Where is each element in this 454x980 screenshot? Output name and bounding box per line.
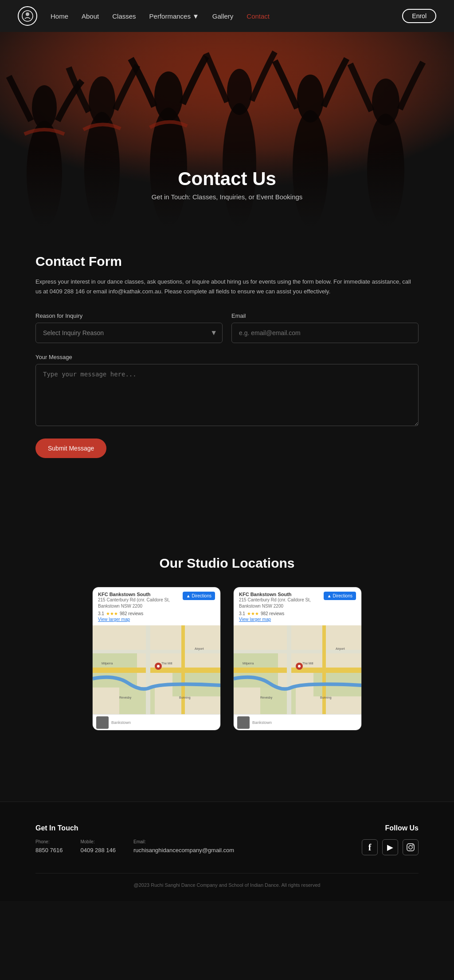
phone-value: 8850 7616: [35, 847, 63, 854]
reason-label: Reason for Inquiry: [35, 312, 223, 319]
youtube-icon[interactable]: ▶: [382, 839, 398, 855]
email-input[interactable]: [231, 323, 419, 343]
footer-top: Get In Touch Phone: 8850 7616 Mobile: 04…: [35, 824, 419, 855]
directions-button-2[interactable]: ▲ Directions: [324, 592, 356, 600]
svg-text:Milperra: Milperra: [102, 662, 113, 665]
svg-rect-39: [322, 625, 326, 714]
thumbnail-strip-1: Bankstown: [93, 714, 220, 730]
directions-icon: ▲: [186, 593, 191, 598]
facebook-icon[interactable]: f: [362, 839, 378, 855]
hero-subtitle: Get in Touch: Classes, Inquiries, or Eve…: [152, 193, 303, 201]
nav-gallery[interactable]: Gallery: [212, 12, 234, 20]
submit-button[interactable]: Submit Message: [35, 439, 106, 458]
locations-heading: Our Studio Locations: [27, 556, 427, 571]
form-row-reason-email: Reason for Inquiry Select Inquiry Reason…: [35, 312, 419, 343]
email-value: ruchisanghidancecompany@gmail.com: [133, 847, 234, 854]
map-info-2: KFC Bankstown South 215 Canterbury Rd (c…: [234, 587, 361, 625]
hero-title: Contact Us: [152, 168, 303, 190]
hero-section: Contact Us Get in Touch: Classes, Inquir…: [0, 32, 454, 227]
mobile-value: 0409 288 146: [80, 847, 116, 854]
footer-contact-heading: Get In Touch: [35, 824, 234, 832]
svg-text:Milperra: Milperra: [243, 662, 254, 665]
svg-rect-22: [93, 650, 220, 653]
spacer: [0, 494, 454, 529]
svg-rect-37: [234, 650, 361, 653]
svg-rect-38: [287, 625, 291, 714]
svg-rect-24: [181, 625, 185, 714]
map-visual-1: Milperra The Mill Revesby Bunning Airpor…: [93, 625, 220, 714]
rating-1: 3.1 ★★★ 982 reviews: [98, 611, 215, 616]
nav-links: Home About Classes Performances ▼ Galler…: [51, 12, 402, 20]
navbar: Home About Classes Performances ▼ Galler…: [0, 0, 454, 32]
locations-section: Our Studio Locations KFC Bankstown South…: [0, 529, 454, 766]
reason-group: Reason for Inquiry Select Inquiry Reason…: [35, 312, 223, 343]
map-info-row-1: KFC Bankstown South 215 Canterbury Rd (c…: [98, 592, 215, 609]
view-map-link-2[interactable]: View larger map: [239, 617, 356, 622]
nav-home[interactable]: Home: [51, 12, 68, 20]
contact-form-heading: Contact Form: [35, 254, 419, 269]
svg-text:Airport: Airport: [336, 647, 345, 651]
nav-performances[interactable]: Performances ▼: [149, 12, 199, 20]
map-cards-container: KFC Bankstown South 215 Canterbury Rd (c…: [27, 587, 427, 731]
copyright-text: @2023 Ruchi Sanghi Dance Company and Sch…: [134, 882, 321, 888]
svg-text:Revesby: Revesby: [119, 696, 132, 699]
nav-contact[interactable]: Contact: [247, 12, 270, 20]
footer-bottom: @2023 Ruchi Sanghi Dance Company and Sch…: [35, 873, 419, 888]
nav-classes[interactable]: Classes: [112, 12, 136, 20]
svg-text:Airport: Airport: [195, 647, 204, 651]
map-card-2: KFC Bankstown South 215 Canterbury Rd (c…: [233, 587, 362, 731]
phone-label: Phone:: [35, 839, 63, 844]
stars-icon-2: ★★★: [247, 611, 259, 616]
reason-select[interactable]: Select Inquiry Reason Classes Event Book…: [35, 323, 223, 343]
follow-heading: Follow Us: [362, 824, 419, 832]
instagram-icon[interactable]: [403, 839, 419, 855]
rating-2: 3.1 ★★★ 982 reviews: [239, 611, 356, 616]
message-textarea[interactable]: [35, 364, 419, 426]
thumbnail-img-1: [96, 716, 109, 729]
map-place-1: KFC Bankstown South 215 Canterbury Rd (c…: [98, 592, 170, 609]
thumbnail-strip-2: Bankstown: [234, 714, 361, 730]
hero-text-block: Contact Us Get in Touch: Classes, Inquir…: [152, 168, 303, 227]
spacer-2: [0, 766, 454, 802]
thumbnail-img-2: [237, 716, 250, 729]
chevron-down-icon: ▼: [192, 12, 199, 20]
social-icons: f ▶: [362, 839, 419, 855]
svg-point-49: [412, 845, 413, 846]
svg-point-1: [26, 12, 29, 16]
map-card-1: KFC Bankstown South 215 Canterbury Rd (c…: [92, 587, 221, 731]
contact-form-desc: Express your interest in our dance class…: [35, 277, 419, 296]
svg-point-48: [409, 846, 412, 849]
footer-contact-row: Phone: 8850 7616 Mobile: 0409 288 146 Em…: [35, 839, 234, 854]
reason-select-wrapper: Select Inquiry Reason Classes Event Book…: [35, 323, 223, 343]
email-label: Email:: [133, 839, 234, 844]
footer-email-col: Email: ruchisanghidancecompany@gmail.com: [133, 839, 234, 854]
email-label: Email: [231, 312, 419, 319]
svg-rect-23: [146, 625, 150, 714]
svg-point-46: [298, 665, 301, 668]
message-group: Your Message: [35, 354, 419, 428]
svg-point-31: [157, 665, 160, 668]
contact-form-section: Contact Form Express your interest in ou…: [0, 227, 454, 494]
footer: Get In Touch Phone: 8850 7616 Mobile: 04…: [0, 802, 454, 901]
svg-text:The Mill: The Mill: [161, 662, 172, 665]
view-map-link-1[interactable]: View larger map: [98, 617, 215, 622]
map-info-row-2: KFC Bankstown South 215 Canterbury Rd (c…: [239, 592, 356, 609]
mobile-label: Mobile:: [80, 839, 116, 844]
map-place-2: KFC Bankstown South 215 Canterbury Rd (c…: [239, 592, 311, 609]
email-group: Email: [231, 312, 419, 343]
map-visual-2: Milperra The Mill Revesby Bunning Airpor…: [234, 625, 361, 714]
svg-text:Bunning: Bunning: [320, 696, 332, 699]
enrol-button[interactable]: Enrol: [402, 9, 436, 23]
stars-icon-1: ★★★: [106, 611, 118, 616]
logo[interactable]: [18, 6, 37, 26]
map-info-1: KFC Bankstown South 215 Canterbury Rd (c…: [93, 587, 220, 625]
svg-text:Bunning: Bunning: [179, 696, 191, 699]
footer-follow: Follow Us f ▶: [362, 824, 419, 855]
footer-contact: Get In Touch Phone: 8850 7616 Mobile: 04…: [35, 824, 234, 855]
footer-mobile-col: Mobile: 0409 288 146: [80, 839, 116, 854]
nav-about[interactable]: About: [82, 12, 99, 20]
svg-text:Revesby: Revesby: [260, 696, 273, 699]
thumbnail-label-2: Bankstown: [252, 720, 272, 725]
directions-button-1[interactable]: ▲ Directions: [183, 592, 215, 600]
message-label: Your Message: [35, 354, 419, 360]
